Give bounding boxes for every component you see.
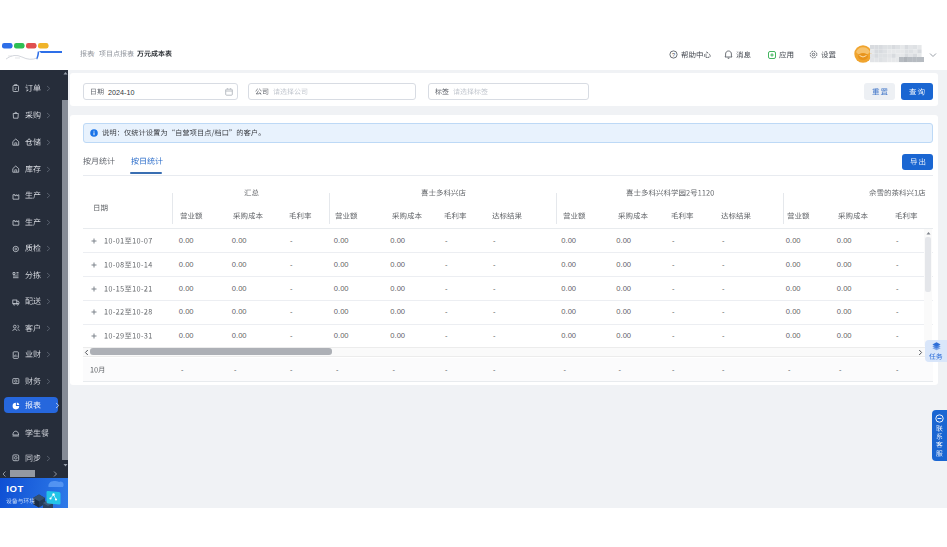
svg-text:?: ?	[672, 52, 675, 58]
